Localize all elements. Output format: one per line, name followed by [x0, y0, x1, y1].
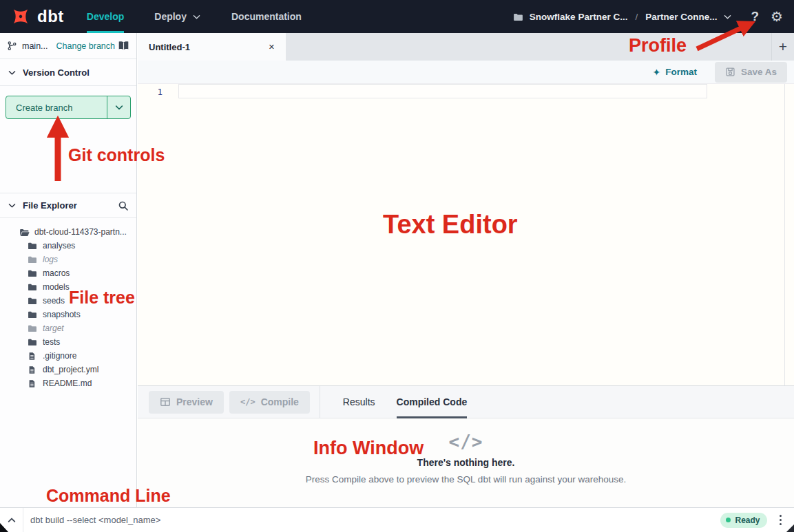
nav-tab-documentation-label: Documentation [231, 11, 302, 22]
nav-tab-deploy[interactable]: Deploy [154, 0, 201, 33]
text-editor[interactable]: 1 [138, 84, 794, 385]
tree-item-tests[interactable]: tests [0, 335, 136, 349]
line-number: 1 [153, 87, 163, 97]
compile-label: Compile [261, 396, 299, 407]
tab-compiled-code[interactable]: Compiled Code [397, 386, 468, 418]
project-breadcrumb[interactable]: Snowflake Partner C... / Partner Conne..… [513, 12, 733, 22]
tab-title: Untitled-1 [149, 42, 190, 52]
git-branch-icon [7, 41, 17, 51]
folder-icon [28, 323, 38, 334]
close-icon[interactable]: ✕ [269, 43, 275, 52]
new-tab-button[interactable]: + [771, 33, 794, 61]
mouse-cursor [0, 522, 10, 532]
format-button[interactable]: ✦ Format [652, 67, 697, 78]
sidebar: main... Change branch Version Control Cr… [0, 33, 137, 507]
command-bar: Ready [0, 507, 794, 532]
folder-icon [28, 241, 38, 251]
tree-item-label: analyses [43, 241, 75, 251]
git-bar: main... Change branch [0, 33, 136, 59]
status-label: Ready [735, 515, 760, 525]
file-icon [28, 379, 38, 388]
status-dot-icon [726, 518, 731, 522]
nav-tab-documentation[interactable]: Documentation [231, 0, 302, 33]
dbt-cloud-ide-window: dbt Develop Deploy Documentation Snowfla… [0, 0, 794, 532]
folder-icon [28, 310, 38, 320]
tree-item-label: models [43, 282, 70, 292]
tree-item-models[interactable]: models [0, 280, 136, 294]
nav-tab-deploy-label: Deploy [154, 11, 187, 22]
tree-item-project-root[interactable]: dbt-cloud-114373-partn... [0, 225, 136, 239]
floppy-disk-icon [725, 67, 735, 77]
file-tree: dbt-cloud-114373-partn... analyses logs … [0, 218, 136, 390]
code-icon: </> [449, 433, 483, 451]
empty-state-subtitle: Press Compile above to preview the SQL d… [306, 474, 627, 485]
command-bar-divider [23, 508, 23, 532]
chevron-down-icon[interactable] [8, 68, 17, 77]
nav-tab-develop[interactable]: Develop [87, 0, 124, 33]
tree-item-dbt-project-yml[interactable]: dbt_project.yml [0, 363, 136, 376]
docs-book-icon[interactable] [118, 40, 129, 52]
tree-item-label: .gitignore [43, 351, 76, 361]
tree-item-target[interactable]: target [0, 321, 136, 335]
status-badge: Ready [720, 513, 766, 528]
tab-results[interactable]: Results [343, 386, 375, 418]
resize-handle[interactable] [786, 524, 794, 532]
tree-item-readme[interactable]: README.md [0, 376, 136, 390]
gear-icon[interactable]: ⚙ [771, 10, 783, 23]
file-explorer-section: File Explorer dbt-cloud-114373-partn... … [0, 193, 136, 390]
breadcrumb-project: Partner Conne... [645, 12, 717, 22]
chevron-down-icon [114, 103, 124, 112]
preview-button[interactable]: Preview [149, 391, 224, 414]
tree-item-label: macros [43, 268, 70, 278]
file-explorer-header[interactable]: File Explorer [0, 193, 136, 218]
tree-item-label: dbt_project.yml [43, 365, 98, 374]
dbt-logo[interactable]: dbt [10, 0, 64, 33]
info-window-panel: Preview </> Compile Results Compiled Cod… [138, 385, 794, 507]
tree-item-label: seeds [43, 296, 65, 306]
compile-button[interactable]: </> Compile [229, 391, 310, 414]
tree-item-macros[interactable]: macros [0, 266, 136, 280]
chevron-down-icon [723, 12, 732, 21]
help-icon[interactable]: ? [751, 9, 759, 24]
file-icon [28, 351, 38, 361]
command-input[interactable] [30, 515, 720, 525]
current-branch-label: main... [22, 41, 48, 51]
folder-icon [28, 268, 38, 279]
file-icon [28, 365, 38, 374]
create-branch-dropdown[interactable] [107, 96, 130, 118]
folder-open-icon [19, 226, 30, 237]
breadcrumb-account: Snowflake Partner C... [530, 12, 628, 22]
table-icon [160, 396, 171, 407]
create-branch-label[interactable]: Create branch [6, 96, 107, 118]
version-control-title: Version Control [23, 67, 90, 78]
save-as-label: Save As [741, 67, 777, 77]
search-icon[interactable] [118, 200, 129, 211]
chevron-down-icon[interactable] [8, 201, 17, 210]
version-control-header[interactable]: Version Control [0, 59, 136, 86]
create-branch-button[interactable]: Create branch [6, 96, 131, 119]
editor-tab-bar: Untitled-1 ✕ + [138, 33, 794, 61]
editor-toolbar: ✦ Format Save As [138, 61, 794, 84]
nav-right: Snowflake Partner C... / Partner Conne..… [513, 0, 783, 33]
tab-untitled-1[interactable]: Untitled-1 ✕ [138, 33, 286, 61]
breadcrumb-separator: / [634, 12, 639, 22]
kebab-menu-icon[interactable] [777, 513, 784, 528]
panel-header: Preview </> Compile Results Compiled Cod… [138, 386, 794, 418]
folder-icon [28, 296, 38, 306]
top-nav: dbt Develop Deploy Documentation Snowfla… [0, 0, 794, 33]
folder-icon [28, 255, 38, 265]
tree-item-gitignore[interactable]: .gitignore [0, 349, 136, 363]
tree-item-label: logs [43, 255, 58, 264]
dbt-pinwheel-icon [10, 6, 31, 27]
save-as-button[interactable]: Save As [715, 62, 787, 83]
tree-item-label: target [43, 323, 64, 333]
editor-scrollbar-divider[interactable] [784, 84, 785, 385]
file-explorer-title: File Explorer [23, 200, 77, 211]
tree-item-snapshots[interactable]: snapshots [0, 308, 136, 321]
folder-icon [513, 12, 523, 22]
folder-icon [28, 337, 38, 348]
tree-item-seeds[interactable]: seeds [0, 294, 136, 308]
change-branch-link[interactable]: Change branch [56, 41, 115, 51]
tree-item-analyses[interactable]: analyses [0, 239, 136, 253]
tree-item-logs[interactable]: logs [0, 253, 136, 266]
